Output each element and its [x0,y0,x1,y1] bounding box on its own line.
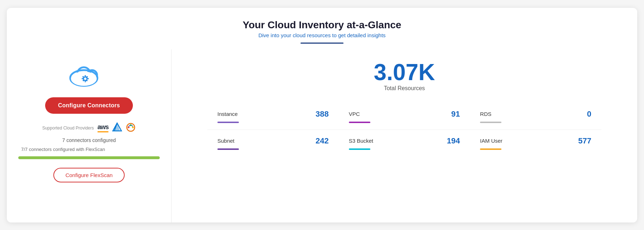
metric-name: IAM User [480,138,503,144]
metric-bar [217,148,239,150]
header-divider [301,43,343,44]
metric-row: VPC 91 [349,109,460,119]
metric-bar [349,122,370,123]
metric-cell: RDS 0 [470,103,601,130]
supported-providers: Supported Cloud Providers aws [42,122,136,134]
metric-value: 0 [587,109,591,119]
azure-icon [112,122,122,134]
svg-rect-9 [87,78,89,79]
progress-bar-track [18,156,160,159]
progress-bar-fill [18,156,160,159]
metric-row: S3 Bucket 194 [349,136,460,146]
metric-value: 194 [447,136,460,146]
left-panel: Configure Connectors Supported Cloud Pro… [7,49,172,222]
metric-cell: Instance 388 [207,103,339,130]
main-card: Your Cloud Inventory at-a-Glance Dive in… [7,8,637,222]
metric-name: S3 Bucket [349,138,373,144]
svg-point-20 [130,124,132,126]
total-resources-section: 3.07K Total Resources [374,61,435,92]
metric-bar [217,122,239,123]
metric-cell: VPC 91 [339,103,470,130]
metric-bar [349,148,370,150]
metric-value: 577 [578,136,591,146]
supported-label: Supported Cloud Providers [42,126,94,131]
gcp-icon [126,122,136,134]
cloud-settings-icon [68,61,111,91]
metric-row: Instance 388 [217,109,329,119]
page-subtitle: Dive into your cloud resources to get de… [7,32,637,38]
metric-name: VPC [349,111,360,117]
svg-rect-7 [85,81,86,82]
page-title: Your Cloud Inventory at-a-Glance [7,19,637,31]
metric-row: Subnet 242 [217,136,329,146]
aws-logo-icon: aws [97,123,109,132]
metric-name: RDS [480,111,491,117]
right-panel: 3.07K Total Resources Instance 388 VPC 9… [172,49,637,222]
metric-value: 242 [316,136,329,146]
metric-name: Subnet [217,138,235,144]
metric-value: 91 [451,109,460,119]
svg-point-18 [128,126,130,128]
connectors-count: 7 connectors configured [62,137,116,143]
metric-row: IAM User 577 [480,136,591,146]
metrics-grid: Instance 388 VPC 91 RDS 0 Subnet 242 S3 … [207,103,601,156]
configure-connectors-button[interactable]: Configure Connectors [45,97,133,114]
main-content: Configure Connectors Supported Cloud Pro… [7,49,637,222]
progress-bar-container: 7/7 connectors configured with FlexScan [15,147,163,159]
configure-flexscan-button[interactable]: Configure FlexScan [53,168,125,182]
svg-point-19 [132,126,134,128]
metric-bar [480,122,501,123]
total-resources-number: 3.07K [374,61,435,84]
page-header: Your Cloud Inventory at-a-Glance Dive in… [7,8,637,49]
metric-cell: Subnet 242 [207,130,339,156]
flexscan-label: 7/7 connectors configured with FlexScan [18,147,160,152]
svg-rect-6 [85,75,86,77]
metric-bar [480,148,501,150]
metric-cell: IAM User 577 [470,130,601,156]
metric-name: Instance [217,111,238,117]
total-resources-label: Total Resources [374,85,435,92]
svg-rect-8 [82,78,83,79]
metric-row: RDS 0 [480,109,591,119]
metric-value: 388 [316,109,329,119]
metric-cell: S3 Bucket 194 [339,130,470,156]
